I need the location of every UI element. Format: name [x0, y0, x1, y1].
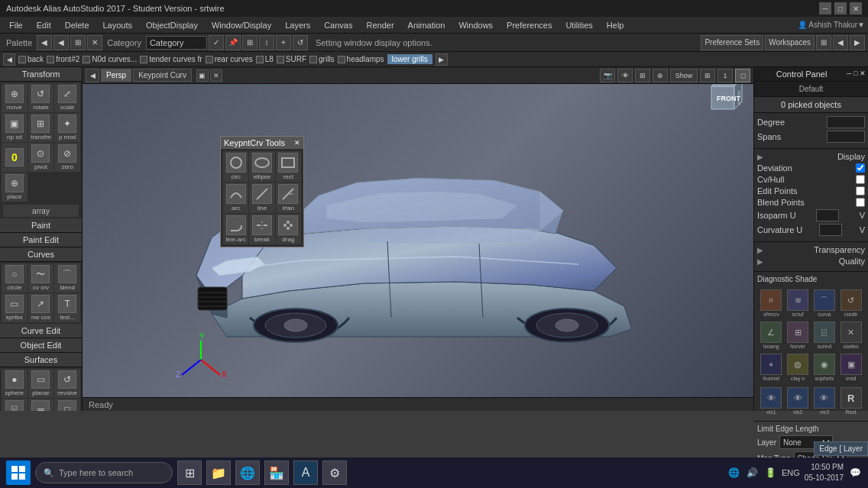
layer-arrow-right[interactable]: ▶ — [436, 53, 448, 66]
tool-array[interactable]: array — [3, 205, 79, 217]
vp-grid-icon[interactable]: ⊞ — [635, 69, 650, 82]
tool-place[interactable]: ⊕ place — [2, 173, 28, 202]
tool-zero[interactable]: ⊘ zero — [54, 143, 80, 172]
menu-layouts[interactable]: Layouts — [97, 19, 139, 31]
tool-kprtbx[interactable]: ▭ kprtbx — [2, 293, 28, 322]
layer-rear[interactable]: rear curves — [206, 55, 253, 63]
section-transform[interactable]: Transform — [0, 67, 82, 82]
layer-l8-checkbox[interactable] — [256, 56, 264, 63]
tool-blend[interactable]: ⌒ blend — [54, 263, 80, 292]
minimize-button[interactable]: ─ — [819, 2, 831, 15]
kpcrv-line-arc[interactable]: line-arc — [223, 214, 248, 244]
keypoint-curv-tab[interactable]: Keypoint Curv — [133, 69, 192, 82]
task-view-btn[interactable]: ⊞ — [177, 461, 202, 485]
tool-transfm[interactable]: ⊞ transfm — [28, 113, 54, 142]
tool-pmod[interactable]: ✦ p mod — [54, 113, 80, 142]
viewport[interactable]: ◀ Persp Keypoint Curv ▣ ✕ 📷 👁 ⊞ ⊕ Show ⊞… — [83, 67, 753, 411]
blendpoints-checkbox[interactable] — [856, 198, 865, 207]
kpcrv-rect[interactable]: rect — [276, 151, 301, 182]
curvatureu-input[interactable] — [819, 224, 842, 236]
layer-headlamps[interactable]: headlamps — [338, 55, 384, 63]
battery-icon[interactable]: 🔋 — [763, 466, 777, 480]
tool-npsd[interactable]: ▣ np sd — [2, 113, 28, 142]
menu-animation[interactable]: Animation — [402, 19, 452, 31]
tb-move[interactable]: ↕ — [259, 35, 274, 50]
layer-headlamps-checkbox[interactable] — [338, 56, 345, 63]
tool-nwcos[interactable]: ↗ nw cos — [28, 293, 54, 322]
kpcrv-break[interactable]: break — [249, 214, 274, 244]
volume-icon[interactable]: 🔊 — [745, 466, 759, 480]
tool-zero-num[interactable]: 0 — [2, 143, 28, 172]
cp-window-controls[interactable]: ─ □ ✕ — [847, 69, 866, 77]
app-icon-6[interactable]: ⚙ — [322, 461, 347, 485]
layer-front2-checkbox[interactable] — [47, 56, 54, 63]
layer-nod[interactable]: N0d curves... — [83, 55, 137, 63]
network-icon[interactable]: 🌐 — [727, 466, 740, 480]
tool-rotate[interactable]: ↺ rotate — [28, 83, 54, 112]
tool-cvcrv[interactable]: 〜 cv crv — [28, 263, 54, 292]
close-button[interactable]: ✕ — [850, 2, 862, 15]
rest-item[interactable]: R Rest — [838, 386, 863, 416]
tool-skin[interactable]: ⌻ skin — [2, 399, 28, 411]
editpoints-checkbox[interactable] — [856, 186, 865, 196]
display-collapse-icon[interactable]: ▶ — [757, 153, 763, 161]
menu-help[interactable]: Help — [601, 19, 630, 31]
category-input[interactable] — [146, 36, 207, 50]
vp-tab-icon2[interactable]: ✕ — [210, 69, 222, 82]
tool-revolve[interactable]: ↺ revolve — [54, 369, 80, 398]
kpcrv-line[interactable]: line — [249, 183, 274, 213]
kpcrv-circ[interactable]: circ — [223, 151, 248, 182]
section-paint[interactable]: Paint — [0, 218, 82, 233]
layer-rear-checkbox[interactable] — [206, 56, 213, 63]
kpcrv-ellipse[interactable]: ellipse — [249, 151, 274, 182]
kpcrv-close[interactable]: ✕ — [294, 139, 300, 147]
pref-sets-btn[interactable]: Preference Sets — [701, 35, 763, 50]
tool-rail[interactable]: ═ rail — [28, 399, 54, 411]
tb-icon1[interactable]: ⊞ — [816, 35, 831, 50]
vp-tab-icon1[interactable]: ▣ — [196, 69, 209, 82]
layer-nod-checkbox[interactable] — [83, 56, 90, 63]
palette-toggle[interactable]: ◀ — [37, 35, 52, 50]
layer-l8[interactable]: L8 — [256, 55, 274, 63]
menu-windowdisplay[interactable]: Window/Display — [206, 19, 277, 31]
tool-circle[interactable]: ○ circle — [2, 263, 28, 292]
vp-toggle-btn[interactable]: ◀ — [86, 69, 99, 82]
layer-back-checkbox[interactable] — [18, 56, 26, 63]
menu-delete[interactable]: Delete — [59, 19, 96, 31]
diag-clayo[interactable]: ◍ clay o — [785, 352, 811, 383]
menu-windows[interactable]: Windows — [452, 19, 499, 31]
diag-isoang[interactable]: ∠ isoang — [759, 320, 784, 351]
maximize-button[interactable]: □ — [834, 2, 847, 15]
layer-arrow-left[interactable]: ◀ — [3, 53, 15, 66]
tool-pivot[interactable]: ⊙ pivot — [28, 143, 54, 172]
file-explorer-btn[interactable]: 📁 — [206, 461, 231, 485]
vp-eye-icon[interactable]: 👁 — [617, 69, 633, 82]
section-paint-edit[interactable]: Paint Edit — [0, 233, 82, 247]
kpcrv-header[interactable]: KeypntCrv Tools ✕ — [221, 137, 303, 149]
isoparmu-input[interactable] — [816, 209, 839, 221]
diag-scruf[interactable]: ≋ scruf — [785, 288, 811, 318]
layer-surf[interactable]: SURF — [277, 55, 306, 63]
tb-check[interactable]: ✓ — [209, 35, 224, 50]
spans-input[interactable] — [827, 131, 865, 143]
diag-vred[interactable]: ▣ vred — [838, 352, 863, 383]
section-curve-edit[interactable]: Curve Edit — [0, 324, 82, 338]
system-clock[interactable]: 10:50 PM 05-10-2017 — [805, 462, 844, 483]
start-button[interactable] — [6, 461, 31, 485]
cvhull-checkbox[interactable] — [856, 175, 865, 184]
diag-rsedir[interactable]: ↺ rsedir — [838, 288, 863, 318]
vp-target-icon[interactable]: ⊕ — [653, 69, 668, 82]
deviation-checkbox[interactable] — [856, 163, 865, 173]
menu-preferences[interactable]: Preferences — [500, 19, 558, 31]
tb-icon3[interactable]: ▶ — [850, 35, 865, 50]
menu-render[interactable]: Render — [360, 19, 400, 31]
layer-tender-checkbox[interactable] — [140, 56, 147, 63]
taskbar-search[interactable]: 🔍 Type here to search — [35, 462, 173, 483]
diag-useles[interactable]: ✕ useles — [838, 320, 863, 351]
section-surfaces[interactable]: Surfaces — [0, 353, 82, 367]
kpcrv-drag[interactable]: drag — [276, 214, 301, 244]
alias-btn[interactable]: A — [293, 461, 318, 485]
diag-sophots[interactable]: ◉ sophots — [812, 352, 837, 383]
persp-tab[interactable]: Persp — [101, 69, 131, 82]
diag-curva[interactable]: ⌒ curva — [812, 288, 837, 318]
